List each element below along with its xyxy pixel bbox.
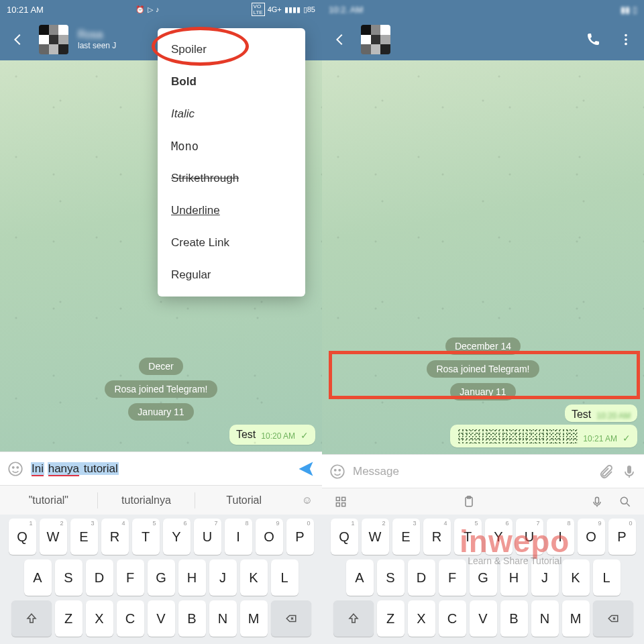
suggestion-emoji-icon[interactable]: ☺: [292, 494, 322, 506]
voice-icon[interactable]: [590, 495, 604, 508]
key-shift[interactable]: [333, 600, 374, 637]
menu-create-link[interactable]: Create Link: [158, 227, 305, 259]
key-W[interactable]: 2W: [362, 519, 389, 555]
menu-bold[interactable]: Bold: [158, 66, 305, 98]
key-U[interactable]: 7U: [194, 519, 221, 555]
key-backspace[interactable]: [271, 600, 311, 637]
svg-point-1: [13, 466, 14, 468]
key-K[interactable]: K: [240, 559, 268, 596]
key-Q[interactable]: 1Q: [9, 519, 36, 555]
key-D[interactable]: D: [86, 559, 113, 596]
key-U[interactable]: 7U: [516, 519, 543, 555]
more-icon[interactable]: [614, 28, 637, 51]
suggestion[interactable]: Tutorial: [195, 494, 292, 506]
key-A[interactable]: A: [346, 559, 374, 596]
key-K[interactable]: K: [562, 559, 590, 596]
key-Q[interactable]: 1Q: [331, 519, 358, 555]
key-P[interactable]: 0P: [286, 519, 314, 555]
key-N[interactable]: N: [531, 600, 559, 637]
key-H[interactable]: H: [500, 559, 528, 596]
suggestion[interactable]: "tutorial": [0, 494, 97, 506]
key-I[interactable]: 8I: [547, 519, 574, 555]
key-O[interactable]: 9O: [256, 519, 283, 555]
key-F[interactable]: F: [439, 559, 466, 596]
key-Z[interactable]: Z: [55, 600, 83, 637]
key-F[interactable]: F: [117, 559, 144, 596]
attach-icon[interactable]: [598, 464, 614, 480]
key-D[interactable]: D: [408, 559, 435, 596]
message-bubble[interactable]: Test 10:20 AM ✓: [229, 425, 315, 445]
avatar[interactable]: [361, 25, 390, 54]
system-chip-join: Rosa joined Telegram!: [105, 380, 217, 398]
key-S[interactable]: S: [377, 559, 405, 596]
key-R[interactable]: 4R: [101, 519, 129, 555]
emoji-icon[interactable]: [329, 463, 346, 480]
menu-italic[interactable]: Italic: [158, 98, 305, 130]
key-O[interactable]: 9O: [578, 519, 605, 555]
key-Z[interactable]: Z: [377, 600, 405, 637]
key-M[interactable]: M: [562, 600, 590, 637]
key-Y[interactable]: 6Y: [163, 519, 191, 555]
keyboard-toolbar: [322, 488, 644, 515]
call-icon[interactable]: [581, 28, 605, 52]
key-X[interactable]: X: [408, 600, 435, 637]
key-J[interactable]: J: [209, 559, 237, 596]
clipboard-icon[interactable]: [462, 495, 476, 508]
message-bubble[interactable]: Test 10:20 AM: [565, 405, 637, 422]
menu-spoiler[interactable]: Spoiler: [158, 34, 305, 66]
key-P[interactable]: 0P: [608, 519, 636, 555]
key-A[interactable]: A: [24, 559, 52, 596]
key-L[interactable]: L: [593, 559, 621, 596]
key-H[interactable]: H: [178, 559, 206, 596]
key-shift[interactable]: [11, 600, 52, 637]
message-text: Test: [236, 429, 256, 441]
svg-rect-13: [342, 502, 345, 506]
search-icon[interactable]: [619, 495, 632, 508]
music-icon: ♪: [156, 5, 160, 13]
key-L[interactable]: L: [271, 559, 299, 596]
key-T[interactable]: 5T: [132, 519, 160, 555]
key-E[interactable]: 3E: [70, 519, 98, 555]
volte-icon: VOLTE: [252, 3, 265, 16]
send-icon[interactable]: [297, 460, 315, 478]
key-G[interactable]: G: [470, 559, 497, 596]
menu-strikethrough[interactable]: Strikethrough: [158, 162, 305, 195]
message-input[interactable]: Message: [353, 465, 592, 478]
key-Y[interactable]: 6Y: [485, 519, 513, 555]
key-C[interactable]: C: [117, 600, 144, 637]
check-icon: ✓: [623, 433, 631, 443]
spoiler-message-bubble[interactable]: 10:21 AM ✓: [450, 425, 637, 447]
menu-mono[interactable]: Mono: [158, 130, 305, 162]
key-C[interactable]: C: [439, 600, 466, 637]
emoji-icon[interactable]: [7, 460, 24, 478]
key-W[interactable]: 2W: [40, 519, 67, 555]
key-X[interactable]: X: [86, 600, 113, 637]
mic-icon[interactable]: [621, 464, 637, 480]
key-E[interactable]: 3E: [392, 519, 420, 555]
key-V[interactable]: V: [148, 600, 175, 637]
key-I[interactable]: 8I: [225, 519, 252, 555]
key-B[interactable]: B: [178, 600, 206, 637]
back-icon[interactable]: [7, 28, 30, 51]
key-N[interactable]: N: [209, 600, 237, 637]
menu-underline[interactable]: Underline: [158, 195, 305, 227]
avatar[interactable]: [39, 25, 68, 54]
message-text: Test: [572, 409, 591, 421]
system-chip-join: Rosa joined Telegram!: [427, 360, 539, 378]
message-input[interactable]: Ini hanya tutorial: [31, 462, 290, 476]
key-G[interactable]: G: [148, 559, 175, 596]
key-M[interactable]: M: [240, 600, 268, 637]
key-R[interactable]: 4R: [423, 519, 451, 555]
grid-icon[interactable]: [334, 495, 347, 508]
chat-area[interactable]: December 14 Rosa joined Telegram! Januar…: [322, 60, 644, 454]
menu-regular[interactable]: Regular: [158, 259, 305, 291]
key-J[interactable]: J: [531, 559, 559, 596]
key-S[interactable]: S: [55, 559, 83, 596]
suggestion[interactable]: tutorialnya: [98, 494, 195, 506]
spoiler-content[interactable]: [457, 429, 578, 443]
back-icon[interactable]: [329, 28, 352, 51]
key-T[interactable]: 5T: [454, 519, 482, 555]
key-V[interactable]: V: [470, 600, 497, 637]
key-backspace[interactable]: [593, 600, 633, 637]
key-B[interactable]: B: [500, 600, 528, 637]
